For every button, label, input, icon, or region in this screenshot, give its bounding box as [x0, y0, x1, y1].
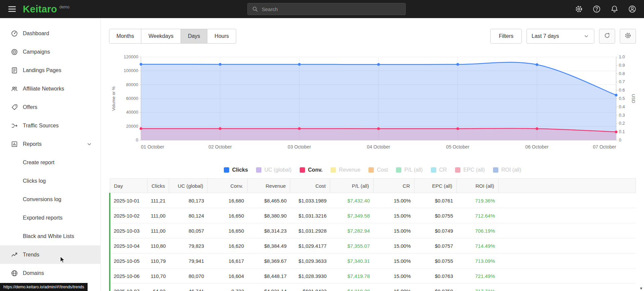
sidebar-item-campaigns[interactable]: Campaigns	[0, 43, 100, 61]
status-url-tooltip: https://demo.keitaro.io/admin/#!/trends/…	[0, 283, 88, 291]
legend-label: Clicks	[232, 167, 248, 173]
legend-label: UC (global)	[264, 167, 292, 173]
svg-text:1.0: 1.0	[619, 54, 625, 59]
tab-hours[interactable]: Hours	[207, 29, 236, 44]
settings-gear-icon	[624, 32, 632, 41]
cell: 80,070	[169, 269, 207, 284]
svg-text:0: 0	[619, 137, 621, 142]
chevron-down-icon[interactable]	[86, 141, 92, 147]
cell: 46,741	[169, 284, 207, 291]
tab-months[interactable]: Months	[109, 29, 141, 44]
column-header-conv[interactable]: Conv.	[207, 179, 247, 193]
affiliate-icon	[11, 85, 18, 93]
sidebar-item-trends[interactable]: Trends	[0, 245, 100, 264]
sidebar-item-traffic-sources[interactable]: Traffic Sources	[0, 116, 100, 135]
svg-text:0.4: 0.4	[619, 104, 625, 109]
cell: 15.00%	[373, 193, 414, 208]
svg-text:02 October: 02 October	[208, 144, 232, 150]
column-header-cr[interactable]: CR	[373, 179, 414, 193]
legend-swatch	[493, 167, 498, 173]
cell: 79,823	[169, 238, 207, 253]
column-header-uc-global[interactable]: UC (global)	[169, 179, 207, 193]
cell: $1,033.1989	[290, 193, 330, 208]
sidebar-item-label: Affiliate Networks	[23, 86, 64, 92]
bell-icon[interactable]	[610, 5, 619, 13]
cell: 111,00	[147, 223, 169, 238]
cell: $0.0755	[414, 208, 456, 223]
help-icon[interactable]	[592, 5, 601, 13]
column-header-revenue[interactable]: Revenue	[247, 179, 290, 193]
sidebar-item-label: Dashboard	[23, 31, 49, 37]
cell: 2025-10-05	[110, 253, 147, 269]
sidebar-item-label: Campaigns	[23, 49, 50, 55]
legend-label: CR	[439, 167, 447, 173]
column-header-roi-all[interactable]: ROI (all)	[456, 179, 498, 193]
sidebar-item-affiliate-networks[interactable]: Affiliate Networks	[0, 79, 100, 98]
legend-item-cost[interactable]: Cost	[368, 167, 388, 173]
chart-legend: ClicksUC (global)Conv.RevenueCostP/L (al…	[109, 167, 636, 173]
legend-item-revenue[interactable]: Revenue	[331, 167, 360, 173]
app-logo[interactable]: Keitaro demo	[23, 4, 69, 14]
legend-item-epc-all[interactable]: EPC (all)	[455, 167, 485, 173]
cell: 111,21	[147, 193, 169, 208]
column-header-cost[interactable]: Cost	[290, 179, 330, 193]
cell: $1,031.3216	[290, 208, 330, 223]
cell: $7,282.94	[330, 223, 373, 238]
cell: $8,380.90	[247, 208, 290, 223]
chart-settings-button[interactable]	[620, 29, 636, 44]
sidebar-item-offers[interactable]: Offers	[0, 98, 100, 116]
sidebar-item-exported-reports[interactable]: Exported reports	[0, 209, 100, 227]
sidebar-item-reports[interactable]: Reports	[0, 135, 100, 153]
svg-text:0: 0	[136, 137, 138, 142]
legend-swatch	[455, 167, 460, 173]
cell: $0.0759	[414, 284, 456, 291]
sidebar-item-dashboard[interactable]: Dashboard	[0, 24, 100, 43]
legend-item-roi-all[interactable]: ROI (all)	[493, 167, 522, 173]
gear-icon[interactable]	[575, 5, 583, 13]
legend-item-clicks[interactable]: Clicks	[224, 167, 248, 173]
legend-swatch	[331, 167, 336, 173]
cell: $8,369.67	[247, 253, 290, 269]
user-icon[interactable]	[628, 5, 637, 13]
legend-label: ROI (all)	[501, 167, 522, 173]
sidebar-item-label: Reports	[23, 141, 42, 147]
legend-label: P/L (all)	[404, 167, 423, 173]
cell: 16,620	[207, 238, 247, 253]
refresh-button[interactable]	[599, 29, 615, 44]
sidebar-item-create-report[interactable]: Create report	[0, 153, 100, 172]
cell: 110,80	[147, 238, 169, 253]
sidebar-item-landings-pages[interactable]: Landings Pages	[0, 61, 100, 79]
cell: $0.0749	[414, 223, 456, 238]
column-header-p-l-all[interactable]: P/L (all)	[330, 179, 373, 193]
date-range-select[interactable]: Last 7 days	[527, 29, 594, 44]
column-header-clicks[interactable]: Clicks	[147, 179, 169, 193]
cell: $0.0755	[414, 253, 456, 269]
sidebar-item-clicks-log[interactable]: Clicks log	[0, 172, 100, 190]
trends-icon	[11, 251, 18, 258]
cell: $0.0757	[414, 238, 456, 253]
scrollbar-down-arrow[interactable]: ▼	[639, 286, 643, 290]
hamburger-menu-icon[interactable]	[7, 4, 17, 14]
legend-item-cr[interactable]: CR	[431, 167, 447, 173]
cell: $601.8423	[290, 284, 330, 291]
legend-item-uc-global[interactable]: UC (global)	[256, 167, 292, 173]
search-input[interactable]	[262, 6, 401, 12]
cell: $1,029.3633	[290, 253, 330, 269]
cell: 79,941	[169, 253, 207, 269]
legend-item-p-l-all[interactable]: P/L (all)	[396, 167, 423, 173]
cell: $7,349.58	[330, 208, 373, 223]
column-header-epc-all[interactable]: EPC (all)	[414, 179, 456, 193]
cell: $8,314.23	[247, 223, 290, 238]
legend-item-conv[interactable]: Conv.	[300, 167, 323, 173]
cell: 9,723	[207, 284, 247, 291]
filters-button[interactable]: Filters	[490, 29, 522, 44]
sidebar-item-domains[interactable]: Domains	[0, 264, 100, 282]
sidebar-item-conversions-log[interactable]: Conversions log	[0, 190, 100, 209]
tab-weekdays[interactable]: Weekdays	[141, 29, 181, 44]
sidebar-item-black-and-white-lists[interactable]: Black and White Lists	[0, 227, 100, 245]
sidebar-item-label: Clicks log	[23, 178, 46, 184]
period-tab-group: MonthsWeekdaysDaysHours	[109, 29, 236, 44]
column-header-day[interactable]: Day	[110, 179, 147, 193]
tab-days[interactable]: Days	[181, 29, 207, 44]
cell: 719.36%	[456, 193, 498, 208]
